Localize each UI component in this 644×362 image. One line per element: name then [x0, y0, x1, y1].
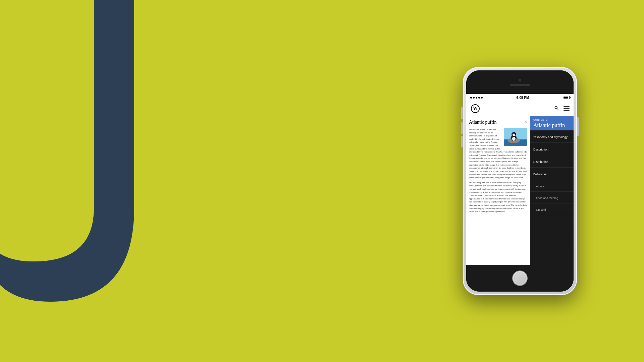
phone-screen: 6:05 PM W	[466, 94, 574, 265]
toc-item-distribution[interactable]: Distribution	[530, 155, 574, 168]
wiki-navbar: W	[466, 101, 574, 116]
signal-dot	[470, 97, 472, 99]
home-button[interactable]	[512, 270, 528, 286]
home-button-inner	[514, 273, 526, 284]
signal-dot	[473, 97, 475, 99]
toc-item-sub-label: On land	[536, 208, 546, 212]
phone-outer: 6:05 PM W	[463, 67, 577, 295]
toc-item-label: Taxonomy and etymology	[533, 135, 568, 139]
wikipedia-logo-circle: W	[471, 104, 480, 113]
status-bar: 6:05 PM	[466, 94, 574, 101]
toc-title: Atlantic puffin	[533, 122, 570, 128]
toc-sidebar: CONTENTS Atlantic puffin Taxonomy and et…	[530, 116, 574, 265]
wikipedia-logo-text: W	[473, 106, 478, 111]
article-area: Atlantic puffin ✎	[466, 116, 574, 265]
search-icon[interactable]	[554, 106, 559, 111]
status-time: 6:05 PM	[517, 96, 529, 100]
svg-point-6	[512, 137, 516, 141]
article-text: The Atlantic puffin (Fratercula arctica)…	[469, 128, 527, 213]
signal-dot	[481, 97, 483, 99]
toc-item-label: Distribution	[533, 160, 548, 164]
toc-item-food[interactable]: Food and feeding	[530, 192, 574, 203]
svg-line-1	[557, 109, 558, 110]
signal-dot	[476, 97, 477, 99]
phone-inner: 6:05 PM W	[466, 70, 574, 292]
nav-icons	[554, 106, 570, 111]
toc-header: CONTENTS Atlantic puffin	[530, 116, 574, 130]
toc-item-label: Behaviour	[533, 173, 547, 176]
background: 6:05 PM W	[0, 0, 644, 362]
article-image	[504, 128, 527, 146]
signal-dots	[470, 97, 483, 99]
phone-bottom	[466, 265, 574, 292]
edit-icon[interactable]: ✎	[525, 120, 527, 125]
article-title: Atlantic puffin	[469, 119, 497, 126]
toc-item-label: Description	[533, 148, 548, 151]
speaker-bar	[510, 84, 530, 86]
toc-item-on-land[interactable]: On land	[530, 203, 574, 215]
toc-item-at-sea[interactable]: At sea	[530, 180, 574, 192]
battery-fill	[564, 97, 568, 99]
camera-dot	[519, 79, 521, 81]
svg-point-9	[514, 134, 515, 134]
wikipedia-logo[interactable]: W	[470, 104, 480, 114]
toc-item-sub-label: Food and feeding	[536, 196, 558, 200]
article-body-2: The Atlantic puffin has a black crown an…	[469, 181, 527, 213]
phone-top-area	[466, 70, 574, 94]
background-shape	[0, 0, 302, 362]
battery-icon	[563, 96, 570, 99]
battery-indicator	[563, 96, 570, 99]
article-content[interactable]: Atlantic puffin ✎	[466, 116, 530, 265]
menu-icon[interactable]	[564, 106, 570, 111]
svg-point-8	[513, 134, 515, 136]
toc-item-sub-label: At sea	[536, 185, 544, 188]
toc-item-taxonomy[interactable]: Taxonomy and etymology	[530, 130, 574, 143]
toc-item-description[interactable]: Description	[530, 143, 574, 155]
phone: 6:05 PM W	[463, 67, 577, 295]
signal-dot	[478, 97, 480, 99]
toc-label: CONTENTS	[533, 119, 570, 121]
toc-item-behaviour[interactable]: Behaviour	[530, 168, 574, 180]
article-title-row: Atlantic puffin ✎	[469, 119, 527, 126]
